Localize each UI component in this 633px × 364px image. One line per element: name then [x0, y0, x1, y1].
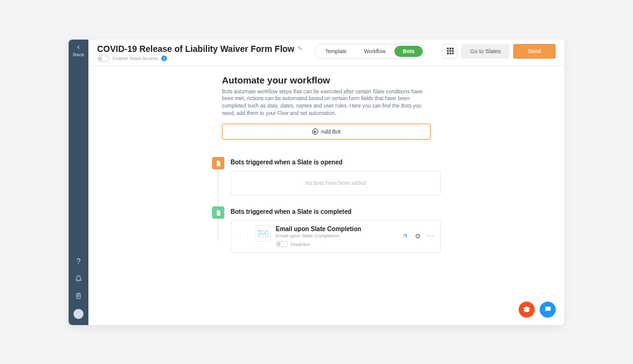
- slate-completed-badge-icon: [212, 206, 224, 219]
- bot-name: Email upon Slate Completion: [276, 226, 396, 232]
- content-description: Bots automate workflow steps that can be…: [222, 88, 431, 118]
- info-icon[interactable]: i: [161, 56, 167, 61]
- add-bot-label: Add Bot: [321, 129, 341, 135]
- content: Automate your workflow Bots automate wor…: [88, 66, 564, 325]
- tab-workflow[interactable]: Workflow: [355, 46, 394, 57]
- plus-circle-icon: [312, 129, 318, 135]
- section-opened: Bots triggered when a Slate is opened No…: [212, 157, 441, 195]
- more-icon[interactable]: ⋯: [427, 232, 434, 240]
- add-bot-button[interactable]: Add Bot: [222, 124, 431, 140]
- go-to-slates-button[interactable]: Go to Slates: [461, 44, 509, 59]
- chat-fab[interactable]: [540, 302, 556, 318]
- tab-bots[interactable]: Bots: [394, 46, 423, 57]
- page-title: COVID-19 Release of Liability Waiver For…: [97, 44, 294, 54]
- send-button[interactable]: Send: [513, 44, 556, 59]
- bot-status: Disabled: [291, 242, 310, 247]
- bot-connections-icon[interactable]: [401, 232, 409, 241]
- content-heading: Automate your workflow: [222, 75, 431, 85]
- back-label: Back: [73, 52, 84, 57]
- tab-group: Template Workflow Bots: [315, 44, 425, 59]
- section-opened-title: Bots triggered when a Slate is opened: [231, 159, 441, 166]
- tab-template[interactable]: Template: [316, 46, 355, 57]
- chevron-left-icon: ‹: [77, 43, 80, 51]
- notifications-icon[interactable]: [74, 274, 83, 283]
- avatar[interactable]: [74, 309, 83, 319]
- back-button[interactable]: ‹ Back: [73, 43, 84, 57]
- gear-icon[interactable]: ⚙: [415, 232, 421, 240]
- header: COVID-19 Release of Liability Waiver For…: [88, 40, 564, 66]
- app-window: ‹ Back ? COVID-19 Release of Liability W…: [69, 40, 564, 325]
- bot-sub: Email upon Slate Completion: [276, 233, 396, 239]
- bot-actions: ⚙ ⋯: [401, 232, 434, 241]
- intro-block: Automate your workflow Bots automate wor…: [222, 75, 431, 140]
- clipboard-icon[interactable]: [74, 292, 83, 300]
- apps-grid-button[interactable]: [443, 44, 457, 59]
- team-access-row: Enable Team Access i: [97, 56, 302, 62]
- title-wrap: COVID-19 Release of Liability Waiver For…: [97, 44, 302, 62]
- header-right: Go to Slates Send: [443, 44, 556, 59]
- fab-row: [519, 302, 556, 318]
- drag-handle-icon[interactable]: ⋮⋮: [237, 233, 250, 240]
- team-access-label: Enable Team Access: [113, 56, 158, 61]
- edit-title-icon[interactable]: ✎: [297, 45, 302, 52]
- academy-fab[interactable]: [519, 302, 535, 318]
- timeline-line: [218, 169, 219, 206]
- help-icon[interactable]: ?: [74, 257, 83, 266]
- sidebar: ‹ Back ?: [69, 40, 88, 325]
- main: COVID-19 Release of Liability Waiver For…: [88, 40, 564, 325]
- team-access-toggle[interactable]: [97, 56, 109, 62]
- empty-opened-box: No Bots have been added: [231, 171, 441, 195]
- bot-enabled-toggle[interactable]: [276, 241, 288, 247]
- email-icon: ✉️: [255, 226, 271, 242]
- bot-card: ⋮⋮ ✉️ Email upon Slate Completion Email …: [231, 220, 441, 253]
- timeline-line: [218, 219, 219, 242]
- sidebar-bottom: ?: [74, 257, 83, 325]
- slate-opened-badge-icon: [212, 157, 224, 169]
- timeline: Bots triggered when a Slate is opened No…: [212, 157, 441, 253]
- section-completed: Bots triggered when a Slate is completed…: [212, 206, 441, 253]
- section-completed-title: Bots triggered when a Slate is completed: [231, 208, 441, 215]
- grid-icon: [447, 48, 454, 54]
